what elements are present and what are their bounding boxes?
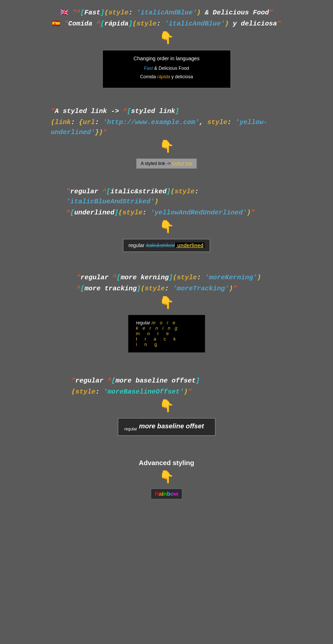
more-tracking-text: more tracking xyxy=(85,285,137,292)
quote-open-1: " xyxy=(72,9,76,16)
kerning-code-line-1: "regular ^[more kerning](style: 'moreKer… xyxy=(77,273,282,283)
demo-tracking-line2: t r a c k xyxy=(136,336,197,342)
demo-link-prefix: A styled link -> xyxy=(141,161,172,166)
style-val-s1: 'italicBlueAndStriked' xyxy=(66,198,155,205)
rainbow-w: w xyxy=(174,491,178,497)
paren-open-2: ( xyxy=(132,20,137,28)
section-baseline-offset: "regular ^[more baseline offset] (style:… xyxy=(0,376,333,436)
demo-underlined: underlined xyxy=(175,242,205,248)
style-key-b: style xyxy=(75,388,95,396)
caret-k2: ^ xyxy=(77,285,81,292)
bracket-close-2: ] xyxy=(129,20,133,28)
demo-en-line: Fast & Delicious Food xyxy=(113,66,220,71)
url-key: url xyxy=(83,118,95,126)
bracket-open-l: [ xyxy=(127,107,131,115)
demo-baseline-offset: more baseline offset xyxy=(137,422,204,430)
style-val-b: 'moreBaselineOffset' xyxy=(103,388,184,396)
rapida-word: rápida xyxy=(104,20,129,28)
section-kerning-tracking: "regular ^[more kerning](style: 'moreKer… xyxy=(0,273,333,353)
paren-close-1: ) xyxy=(197,9,201,16)
bracket-open-2: [ xyxy=(100,20,104,28)
arrow-6: 👇 xyxy=(159,472,174,484)
colon-style-l: : xyxy=(227,118,235,126)
style-key-1: style xyxy=(109,9,129,16)
paren-close-s2: ) xyxy=(247,209,251,216)
paren-close-l: ) xyxy=(99,128,103,136)
demo-tracking-line: m o r e xyxy=(136,331,197,336)
rainbow-b: b xyxy=(167,491,170,497)
quote-close-k: " xyxy=(233,285,237,292)
quote-close-s: " xyxy=(251,209,255,216)
demo-baseline-box: regular more baseline offset xyxy=(118,418,215,436)
bracket-open-k2: [ xyxy=(80,285,85,292)
quote-open-k: " xyxy=(77,274,81,281)
arrow-3: 👇 xyxy=(159,221,174,234)
section-styled-link: "A styled link -> ^[styled link] (link: … xyxy=(0,106,333,169)
quote-close-2: " xyxy=(277,20,281,28)
style-key-s2: style xyxy=(122,209,142,216)
bracket-open-1: [ xyxy=(80,9,84,16)
demo-es-line: Comida rápida y deliciosa xyxy=(113,74,220,80)
colon-1: : xyxy=(129,9,137,16)
flag-uk: 🇬🇧 xyxy=(60,9,68,16)
code-line-2: 🇪🇸 "Comida ^[rápida](style: 'italicAndBl… xyxy=(52,19,281,29)
rest-2: y deliciosa xyxy=(229,20,277,28)
demo-es-suffix: y deliciosa xyxy=(170,74,193,79)
curl-close-l: } xyxy=(95,128,99,136)
underlined-text: underlined xyxy=(74,209,114,216)
style-key-k2: style xyxy=(145,285,165,292)
bracket-close-l: ] xyxy=(175,107,179,115)
demo-regular-s: regular xyxy=(129,242,146,248)
demo-striked-box: regular italic&striked underlined xyxy=(123,239,210,252)
paren-open-s1: ( xyxy=(170,188,175,195)
regular-s: regular xyxy=(70,188,102,195)
quote-open-b: " xyxy=(71,377,76,385)
style-key-l: style xyxy=(207,118,227,126)
style-key-k1: style xyxy=(177,274,197,281)
rainbow-box: Rainbow xyxy=(151,489,183,499)
paren-close-2: ) xyxy=(225,20,229,28)
paren-open-k2: ( xyxy=(141,285,145,292)
demo-styled-link: styled link xyxy=(172,161,192,166)
arrow-1: 👇 xyxy=(159,32,174,45)
style-val-2: 'italicAndBlue' xyxy=(165,20,225,28)
bracket-close-s1: ] xyxy=(167,188,171,195)
caret-k1: ^ xyxy=(113,274,117,281)
url-val: 'http://www.example.com' xyxy=(103,118,199,126)
colon-s1: : xyxy=(195,188,199,195)
rainbow-r: R xyxy=(155,491,159,497)
caret-b: ^ xyxy=(107,377,112,385)
regular-b: regular xyxy=(75,377,107,385)
paren-open-k1: ( xyxy=(173,274,177,281)
demo-italic-striked: italic&striked xyxy=(146,242,175,248)
colon-2: : xyxy=(157,20,165,28)
paren-close-k1: ) xyxy=(257,274,261,281)
paren-close-k2: ) xyxy=(229,285,233,292)
demo-tracking-line3: i n g xyxy=(136,342,197,347)
quote-open-2: " xyxy=(64,20,68,28)
link-key: link xyxy=(55,118,71,126)
caret-s1: ^ xyxy=(102,188,106,195)
style-val-1: 'italicAndBlue' xyxy=(137,9,197,16)
bracket-close-1: ] xyxy=(100,9,104,16)
more-kerning-text: more kerning xyxy=(121,274,169,281)
style-val-s2: 'yellowAndRedUnderlined' xyxy=(150,209,247,216)
flag-es: 🇪🇸 xyxy=(52,20,60,28)
regular-k: regular xyxy=(80,274,113,281)
style-val-k2: 'moreTracking' xyxy=(173,285,229,292)
arrow-4: 👇 xyxy=(159,297,174,310)
link-code-line-1: "A styled link -> ^[styled link] xyxy=(51,106,282,116)
caret-l: ^ xyxy=(123,107,127,115)
rest-1: & Delicious Food xyxy=(201,9,269,16)
kerning-code-line-2: ^[more tracking](style: 'moreTracking')" xyxy=(77,284,282,294)
link-code-line-2: (link: {url: 'http://www.example.com', s… xyxy=(51,117,282,137)
section-italic-striked: "regular ^[italic&striked](style: 'itali… xyxy=(0,187,333,252)
bracket-close-b: ] xyxy=(196,377,200,385)
demo-fast-word: Fast xyxy=(144,66,153,71)
striked-code-line-1: "regular ^[italic&striked](style: 'itali… xyxy=(66,187,282,207)
demo-language-box: Changing order in languages Fast & Delic… xyxy=(102,50,231,88)
link-text-prefix: A styled link -> xyxy=(55,107,123,115)
striked-code-line-2: ^[underlined](style: 'yellowAndRedUnderl… xyxy=(66,208,282,218)
colon-k2: : xyxy=(165,285,173,292)
link-content: styled link xyxy=(131,107,175,115)
